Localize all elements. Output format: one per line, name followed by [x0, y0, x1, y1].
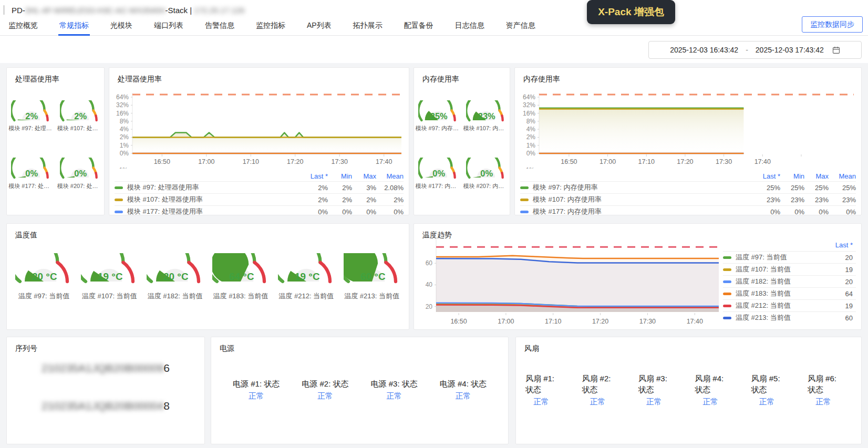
fan-status-link[interactable]: 正常: [751, 397, 783, 407]
legend-row[interactable]: 模块 #177: 处理器使用率0%0%0%0%: [115, 205, 404, 215]
legend-row[interactable]: 模块 #107: 处理器使用率2%2%2%2%: [115, 193, 404, 205]
tab-9[interactable]: 配置备份: [403, 18, 435, 36]
svg-text:32%: 32%: [116, 101, 129, 109]
fan-status-link[interactable]: 正常: [808, 397, 839, 407]
power-label: 电源 #4: 状态: [440, 378, 487, 389]
series-name: 温度 #107: 当前值: [736, 265, 831, 274]
temp-legend-row[interactable]: 温度 #212: 当前值19: [723, 299, 856, 311]
legend-row[interactable]: 模块 #97: 内存使用率25%25%25%25%: [520, 181, 856, 193]
mem-chart-legend: Last *MinMaxMean模块 #97: 内存使用率25%25%25%25…: [520, 171, 856, 215]
series-swatch: [520, 211, 529, 213]
series-name: 温度 #212: 当前值: [736, 301, 831, 310]
tab-11[interactable]: 资产信息: [505, 18, 536, 36]
gauge-模块 #207: 处理器...: 0%: [60, 158, 100, 181]
card-cpu-chart: 处理器使用率 64%32%16%8%4%2%1%0%-1%16:5017:001…: [109, 67, 409, 215]
fan-status-link[interactable]: 正常: [525, 397, 557, 407]
sync-data-button[interactable]: 监控数据同步: [802, 16, 863, 33]
legend-header-Max[interactable]: Max: [804, 172, 829, 180]
fan-label: 风扇 #5:: [751, 373, 800, 384]
svg-text:2%: 2%: [526, 133, 536, 141]
fan-status-item: 风扇 #4:状态正常: [695, 373, 743, 407]
series-stat: 0%: [352, 208, 376, 216]
legend-row[interactable]: 模块 #97: 处理器使用率2%2%3%2.08%: [115, 181, 404, 193]
device-title: PD-3HL-4F-WIRELESS-H3C-AC-WX3540H-Stack …: [12, 6, 244, 15]
power-status-item: 电源 #3: 状态正常: [371, 378, 418, 401]
svg-text:2%: 2%: [26, 111, 38, 121]
gauge-label: 模块 #107: 内存使...: [463, 124, 509, 132]
svg-text:2%: 2%: [120, 133, 129, 141]
fan-status-link[interactable]: 正常: [582, 397, 613, 407]
temp-legend-row[interactable]: 温度 #182: 当前值20: [723, 275, 856, 287]
temp-legend-row[interactable]: 温度 #213: 当前值60: [723, 311, 856, 324]
tab-2[interactable]: 常规指标: [58, 18, 90, 36]
fan-label-2: 状态: [751, 384, 800, 395]
power-title: 电源: [220, 344, 234, 353]
series-name: 模块 #177: 处理器使用率: [127, 207, 203, 215]
fan-status-item: 风扇 #1:状态正常: [525, 373, 574, 407]
gauge-模块 #97: 处理器使...: 2%: [11, 100, 51, 123]
legend-header-Min[interactable]: Min: [328, 172, 352, 180]
fan-label-2: 状态: [582, 384, 630, 395]
temp-gauge-grid: 20 °C温度 #97: 当前值19 °C温度 #107: 当前值20 °C温度…: [11, 253, 405, 301]
legend-row[interactable]: 模块 #107: 内存使用率23%23%23%23%: [520, 193, 856, 205]
svg-text:19 °C: 19 °C: [295, 271, 320, 282]
fan-status-link[interactable]: 正常: [638, 397, 670, 407]
svg-text:17:00: 17:00: [498, 318, 514, 325]
date-range-picker[interactable]: 2025-12-03 16:43:42 - 2025-12-03 17:43:4…: [648, 41, 862, 59]
svg-text:16:50: 16:50: [561, 158, 577, 165]
legend-header-Min[interactable]: Min: [780, 172, 804, 180]
series-stat: 0%: [753, 208, 780, 216]
legend-header-Last *[interactable]: Last *: [753, 172, 780, 180]
temp-legend-row[interactable]: 温度 #107: 当前值19: [723, 263, 856, 275]
fan-label: 风扇 #1:: [525, 373, 574, 384]
gauge-cell: 2%模块 #97: 处理器使...: [8, 100, 54, 132]
tab-5[interactable]: 告警信息: [204, 18, 235, 36]
temp-legend-header[interactable]: Last *: [723, 238, 856, 251]
fan-status-link[interactable]: 正常: [695, 397, 726, 407]
legend-header-Last *[interactable]: Last *: [301, 172, 328, 180]
svg-text:-1%: -1%: [524, 166, 534, 169]
serial-number: 210235A1JQB20B000048: [7, 400, 204, 412]
top-bar: PD-3HL-4F-WIRELESS-H3C-AC-WX3540H-Stack …: [0, 0, 868, 36]
cpu-chart-legend: Last *MinMaxMean模块 #97: 处理器使用率2%2%3%2.08…: [115, 171, 404, 215]
temp-legend-row[interactable]: 温度 #183: 当前值64: [723, 287, 856, 299]
legend-header-Mean[interactable]: Mean: [376, 172, 404, 180]
tab-3[interactable]: 光模块: [109, 18, 133, 36]
series-stat: 2%: [376, 196, 404, 204]
svg-text:17:30: 17:30: [639, 318, 656, 325]
date-end[interactable]: 2025-12-03 17:43:42: [756, 46, 824, 54]
calendar-icon[interactable]: [832, 46, 840, 54]
monitoring-dashboard: PD-3HL-4F-WIRELESS-H3C-AC-WX3540H-Stack …: [0, 0, 868, 448]
device-ip-masked: 172.25.17.126: [194, 6, 244, 15]
power-status-link[interactable]: 正常: [440, 391, 487, 401]
power-status-link[interactable]: 正常: [233, 391, 280, 401]
gauge-cell: 0%模块 #177: 处理器...: [8, 158, 54, 190]
series-stat: 2.08%: [376, 184, 404, 192]
gauge-cell: 60 °C温度 #213: 当前值: [344, 253, 400, 301]
date-start[interactable]: 2025-12-03 16:43:42: [670, 46, 738, 54]
tab-7[interactable]: AP列表: [306, 18, 333, 36]
tab-1[interactable]: 监控概览: [7, 18, 39, 36]
svg-text:2%: 2%: [74, 111, 87, 121]
legend-header-Max[interactable]: Max: [352, 172, 376, 180]
tab-10[interactable]: 日志信息: [454, 18, 485, 36]
series-name: 模块 #107: 处理器使用率: [127, 195, 203, 204]
cpu-gauges-title: 处理器使用率: [15, 75, 59, 84]
temp-legend-row[interactable]: 温度 #97: 当前值20: [723, 251, 856, 263]
gauge-label: 模块 #97: 内存使用率: [416, 124, 461, 132]
legend-row[interactable]: 模块 #177: 内存使用率0%0%0%0%: [520, 205, 856, 215]
tab-8[interactable]: 拓扑展示: [352, 18, 384, 36]
card-temp-gauges: 温度值 20 °C温度 #97: 当前值19 °C温度 #107: 当前值20 …: [6, 223, 409, 330]
series-stat: 0%: [376, 208, 404, 216]
tab-4[interactable]: 端口列表: [153, 18, 184, 36]
power-status-link[interactable]: 正常: [302, 391, 348, 401]
legend-header-Mean[interactable]: Mean: [829, 172, 856, 180]
series-name: 模块 #97: 处理器使用率: [127, 183, 199, 192]
tab-6[interactable]: 监控指标: [255, 18, 286, 36]
svg-text:17:10: 17:10: [638, 158, 655, 165]
power-status-link[interactable]: 正常: [371, 391, 418, 401]
title-separator: |: [188, 6, 194, 15]
power-label: 电源 #2: 状态: [302, 378, 348, 389]
gauge-模块 #107: 内存使...: 23%: [466, 100, 506, 123]
serial-suffix: 6: [163, 362, 170, 374]
